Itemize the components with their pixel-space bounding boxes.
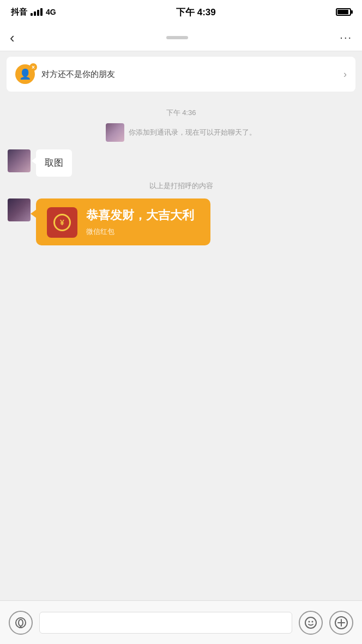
friend-notice-banner[interactable]: 👤 × 对方还不是你的朋友 ›	[7, 57, 355, 92]
sender-avatar-img	[8, 149, 31, 172]
bottom-bar	[0, 600, 362, 644]
system-avatar	[106, 123, 124, 142]
sender-avatar-2	[8, 198, 31, 221]
emoji-button[interactable]	[299, 611, 323, 635]
back-button[interactable]: ‹	[10, 31, 15, 45]
status-left: 抖音 4G	[11, 7, 56, 17]
svg-point-1	[19, 619, 23, 626]
greeting-divider: 以上是打招呼的内容	[0, 181, 362, 191]
sender-avatar-img-2	[8, 198, 31, 221]
friend-notice-text: 对方还不是你的朋友	[41, 69, 115, 80]
svg-point-5	[309, 621, 310, 622]
signal-bar-4	[40, 8, 43, 16]
svg-point-6	[312, 621, 313, 622]
status-bar: 抖音 4G 下午 4:39	[0, 0, 362, 24]
add-button[interactable]	[329, 611, 353, 635]
red-envelope-message-row: ¥ 恭喜发财，大吉大利 微信红包	[8, 198, 354, 245]
greeting-message-row: 取图	[8, 149, 354, 177]
friend-notice-left: 👤 × 对方还不是你的朋友	[15, 64, 115, 84]
signal-bar-2	[34, 11, 36, 16]
status-right	[336, 8, 351, 16]
voice-button[interactable]	[9, 611, 33, 635]
signal-bars	[31, 8, 43, 16]
signal-bar-1	[31, 13, 33, 16]
greeting-bubble[interactable]: 取图	[36, 149, 72, 177]
red-envelope-title: 恭喜发财，大吉大利	[86, 208, 200, 224]
status-time: 下午 4:39	[176, 6, 216, 19]
nav-handle	[166, 36, 188, 39]
battery-fill	[337, 10, 348, 14]
chat-input[interactable]	[39, 612, 292, 634]
emoji-icon	[304, 616, 317, 629]
red-envelope-bubble[interactable]: ¥ 恭喜发财，大吉大利 微信红包	[36, 198, 210, 245]
voice-icon	[15, 617, 27, 629]
system-avatar-img	[106, 123, 124, 142]
nav-bar: ‹ ···	[0, 24, 362, 51]
red-envelope-subtitle: 微信红包	[86, 227, 200, 237]
red-envelope-icon-inner: ¥	[53, 214, 71, 231]
more-button[interactable]: ···	[340, 31, 352, 44]
battery-icon	[336, 8, 351, 16]
system-message-text: 你添加到通讯录，现在可以开始聊天了。	[129, 127, 256, 139]
svg-point-4	[305, 617, 316, 628]
friend-icon-x: ×	[29, 63, 37, 71]
friend-icon: 👤 ×	[15, 64, 35, 84]
chat-timestamp: 下午 4:36	[0, 108, 362, 118]
chat-area: 下午 4:36 你添加到通讯录，现在可以开始聊天了。 取图 以上是打招呼的内容 …	[0, 97, 362, 600]
sender-avatar	[8, 149, 31, 172]
app-name: 抖音	[11, 7, 27, 17]
system-message: 你添加到通讯录，现在可以开始聊天了。	[11, 123, 351, 142]
friend-notice-arrow: ›	[343, 69, 347, 80]
add-icon	[334, 616, 348, 630]
red-envelope-icon: ¥	[47, 207, 77, 238]
red-envelope-content: ¥ 恭喜发财，大吉大利 微信红包	[47, 207, 200, 238]
signal-bar-3	[37, 10, 39, 16]
red-envelope-texts: 恭喜发财，大吉大利 微信红包	[86, 208, 200, 237]
network-type: 4G	[46, 8, 56, 16]
